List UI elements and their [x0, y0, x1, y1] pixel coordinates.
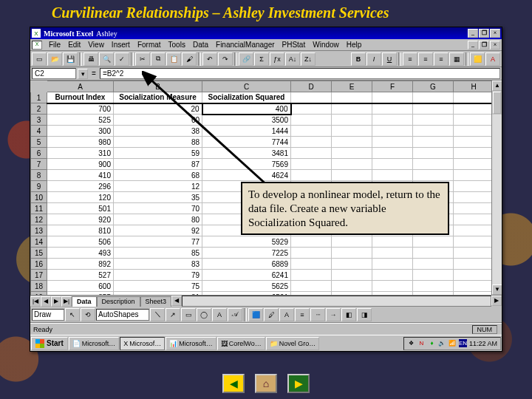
cell[interactable] — [291, 236, 332, 248]
merge-icon[interactable]: ▦ — [449, 52, 464, 66]
cell[interactable]: 60 — [114, 115, 202, 126]
minimize-button[interactable]: _ — [468, 29, 478, 38]
cell[interactable] — [454, 248, 494, 259]
header-cell-a[interactable]: Burnout Index — [47, 92, 114, 103]
cell[interactable]: 59 — [114, 148, 202, 159]
sort-desc-icon[interactable]: Z↓ — [301, 52, 316, 66]
align-center-icon[interactable]: ≡ — [418, 52, 433, 66]
cell[interactable]: 900 — [47, 159, 114, 170]
oval-icon[interactable]: ◯ — [197, 308, 211, 321]
scroll-left-icon[interactable]: ◀ — [171, 296, 182, 306]
col-header-e[interactable]: E — [332, 81, 372, 92]
formatpainter-icon[interactable]: 🖌 — [182, 52, 197, 66]
cell[interactable]: 296 — [47, 181, 114, 192]
cell[interactable] — [291, 148, 332, 159]
tab-prev-icon[interactable]: ◀ — [41, 296, 51, 307]
cell[interactable] — [372, 170, 413, 181]
scroll-right-icon[interactable]: ▶ — [491, 296, 502, 306]
cell[interactable]: 3500 — [202, 115, 291, 126]
cell[interactable] — [454, 137, 494, 148]
cell[interactable]: 6241 — [202, 270, 291, 281]
cell[interactable] — [454, 259, 494, 270]
textbox-icon[interactable]: A — [212, 308, 227, 321]
scroll-up-icon[interactable]: ▲ — [492, 81, 502, 91]
rotate-icon[interactable]: ⟲ — [81, 308, 95, 321]
cell[interactable] — [372, 115, 413, 126]
cell[interactable]: 1444 — [202, 126, 291, 137]
cell[interactable]: 4624 — [202, 170, 291, 181]
col-header-b[interactable]: B — [114, 81, 202, 92]
scroll-down-icon[interactable]: ▼ — [492, 284, 502, 295]
cell[interactable] — [454, 148, 494, 159]
cell[interactable]: 7744 — [202, 137, 291, 148]
col-header-c[interactable]: C — [202, 81, 291, 92]
header-cell-b[interactable]: Socialization Measure — [114, 92, 202, 103]
cell[interactable]: 20 — [114, 103, 202, 115]
cell[interactable]: 527 — [47, 270, 114, 281]
col-header-f[interactable]: F — [372, 81, 413, 92]
linecolor-icon[interactable]: 🖊 — [264, 308, 279, 321]
menu-financialmanager[interactable]: FinancialManager — [212, 40, 279, 50]
fontcolor2-icon[interactable]: A — [279, 308, 294, 321]
cell[interactable]: 501 — [47, 203, 114, 214]
next-slide-button[interactable]: ▶ — [287, 374, 310, 393]
cell[interactable] — [454, 126, 494, 137]
cell[interactable]: 7569 — [202, 159, 291, 170]
menu-help[interactable]: Help — [343, 40, 366, 50]
cut-icon[interactable]: ✂ — [135, 52, 150, 66]
cell[interactable] — [372, 137, 413, 148]
cell[interactable] — [332, 270, 372, 281]
scroll-thumb[interactable] — [493, 92, 501, 114]
cell[interactable]: 5929 — [202, 236, 291, 248]
cell[interactable] — [413, 170, 454, 181]
cell[interactable] — [413, 236, 454, 248]
row-header[interactable]: 16 — [31, 259, 47, 270]
col-header-g[interactable]: G — [413, 81, 454, 92]
tray-icon[interactable]: ♦ — [428, 339, 436, 347]
cell[interactable]: 400 — [202, 103, 291, 115]
cell[interactable] — [454, 281, 494, 292]
row-header[interactable]: 3 — [31, 115, 47, 126]
row-header[interactable]: 7 — [31, 159, 47, 170]
cell[interactable]: 83 — [114, 259, 202, 270]
cell[interactable] — [332, 248, 372, 259]
cell[interactable] — [291, 170, 332, 181]
row-header[interactable]: 1 — [31, 92, 47, 103]
cell[interactable] — [454, 115, 494, 126]
new-icon[interactable]: ▭ — [32, 52, 47, 66]
arrowstyle-icon[interactable]: → — [326, 308, 341, 321]
cell[interactable] — [332, 148, 372, 159]
taskbar-item[interactable]: 📊Microsoft… — [166, 337, 216, 350]
tab-last-icon[interactable]: ▶| — [61, 296, 72, 307]
cell[interactable]: 70 — [114, 203, 202, 214]
bold-button[interactable]: B — [351, 52, 366, 66]
menu-insert[interactable]: Insert — [108, 40, 134, 50]
print-icon[interactable]: 🖶 — [83, 52, 98, 66]
cell[interactable] — [413, 103, 454, 115]
workbook-icon[interactable]: X — [32, 41, 42, 50]
doc-maximize-button[interactable]: ❐ — [479, 41, 489, 50]
cell[interactable]: 980 — [47, 137, 114, 148]
row-header[interactable]: 15 — [31, 248, 47, 259]
menu-phstat[interactable]: PHStat — [279, 40, 310, 50]
row-header[interactable]: 6 — [31, 148, 47, 159]
cell[interactable]: 12 — [114, 181, 202, 192]
fillcolor-icon[interactable]: 🟨 — [470, 52, 485, 66]
tab-first-icon[interactable]: |◀ — [30, 296, 41, 307]
cell[interactable] — [332, 170, 372, 181]
cell[interactable]: 88 — [114, 137, 202, 148]
cell[interactable] — [291, 259, 332, 270]
tab-next-icon[interactable]: ▶ — [51, 296, 61, 307]
row-header[interactable]: 4 — [31, 126, 47, 137]
header-cell-c[interactable]: Socialization Squared — [202, 92, 291, 103]
cell[interactable] — [291, 159, 332, 170]
name-box[interactable]: C2 — [32, 68, 76, 79]
cell[interactable]: 85 — [114, 248, 202, 259]
autosum-icon[interactable]: Σ — [254, 52, 269, 66]
cell[interactable] — [291, 115, 332, 126]
row-header[interactable]: 5 — [31, 137, 47, 148]
align-left-icon[interactable]: ≡ — [403, 52, 417, 66]
col-header-d[interactable]: D — [291, 81, 332, 92]
row-header[interactable]: 8 — [31, 170, 47, 181]
doc-close-button[interactable]: × — [490, 41, 500, 50]
